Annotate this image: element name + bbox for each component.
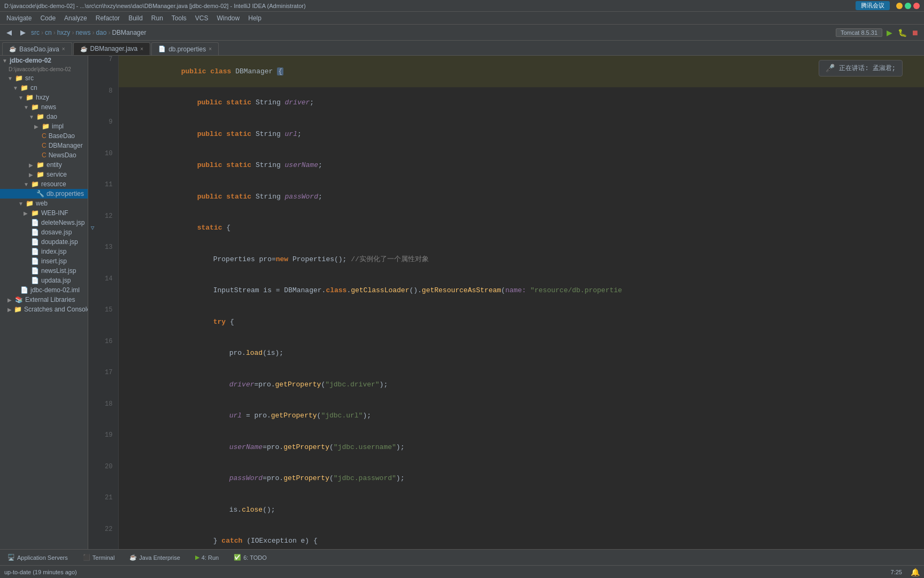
sidebar-item-index[interactable]: 📄 index.jsp [0,247,88,256]
code-line-19: 19 userName=pro.getProperty("jdbc.userna… [88,431,924,463]
stop-button[interactable]: ⏹ [909,27,921,39]
code-line-22: 22 } catch (IOException e) { [88,526,924,550]
sidebar-item-news[interactable]: ▼ 📁 news [0,102,88,112]
close-button[interactable] [913,3,920,9]
sidebar-item-scratches[interactable]: ▶ 📁 Scratches and Consoles [0,305,88,314]
sidebar-item-deletenews[interactable]: 📄 deleteNews.jsp [0,218,88,227]
sidebar-item-iml[interactable]: 📄 jdbc-demo-02.iml [0,285,88,295]
notification-icon[interactable]: 🔔 [911,568,920,576]
title-bar: D:\javacode\jdbc-demo-02] - ...\src\cn\h… [0,0,924,12]
code-line-14: 14 InputStream is = DBManager.class.getC… [88,275,924,307]
todo-icon: ✅ [234,554,241,561]
tab-dbprops[interactable]: 📄 db.properties × [151,42,219,55]
breadcrumb-hxzy[interactable]: hxzy [57,29,71,36]
debug-button[interactable]: 🐛 [896,27,908,39]
jsp-file-icon: 📄 [31,277,39,284]
java-file-icon: C [42,142,47,149]
sidebar-item-hxzy[interactable]: ▼ 📁 hxzy [0,93,88,102]
sidebar-item-newslist[interactable]: 📄 newsList.jsp [0,266,88,276]
sidebar-item-entity[interactable]: ▶ 📁 entity [0,160,88,170]
forward-button[interactable]: ▶ [17,27,29,39]
project-label: jdbc-demo-02 [10,57,51,64]
sidebar-item-impl[interactable]: ▶ 📁 impl [0,121,88,131]
jsp-file-icon: 📄 [31,229,39,236]
breadcrumb-dao[interactable]: dao [96,29,106,36]
jsp-file-icon: 📄 [31,267,39,275]
breadcrumb-news[interactable]: news [75,29,90,36]
breadcrumb-cn[interactable]: cn [45,29,52,36]
time-display: 7:25 [891,569,902,575]
sidebar-item-insert[interactable]: 📄 insert.jsp [0,256,88,266]
props-file-icon: 🔧 [36,190,44,197]
tab-basedao-close[interactable]: × [62,46,65,52]
run-button[interactable]: ▶ [883,27,895,39]
tab-dbmanager[interactable]: ☕ DBManager.java × [73,42,151,55]
sidebar-item-doupdate[interactable]: 📄 doupdate.jsp [0,237,88,247]
folder-icon: 📁 [42,123,50,130]
editor-tabs: ☕ BaseDao.java × ☕ DBManager.java × 📄 db… [0,41,924,56]
code-lines: 7 public class DBManager { 8 public stat… [88,56,924,549]
tomcat-config[interactable]: Tomcat 8.5.31 [836,28,882,37]
sidebar-item-resource[interactable]: ▼ 📁 resource [0,179,88,189]
breadcrumb-dbmanager[interactable]: DBManager [112,29,146,36]
maximize-button[interactable] [905,3,911,9]
tab-basedao[interactable]: ☕ BaseDao.java × [2,42,72,55]
sidebar-item-dbmanager[interactable]: C DBManager [0,141,88,150]
code-editor[interactable]: 7 public class DBManager { 8 public stat… [88,56,924,549]
folder-expand-icon: ▼ [7,75,13,81]
tab-dbmanager-close[interactable]: × [140,46,143,52]
bottom-tab-servers[interactable]: 🖥️ Application Servers [4,553,71,562]
menu-code[interactable]: Code [36,13,60,23]
menu-help[interactable]: Help [244,13,266,23]
bottom-tab-todo[interactable]: ✅ 6: TODO [230,553,270,562]
menu-analyze[interactable]: Analyze [60,13,91,23]
folder-icon: 📁 [15,74,23,82]
sidebar-item-web[interactable]: ▼ 📁 web [0,199,88,208]
menu-refactor[interactable]: Refactor [91,13,124,23]
menu-navigate[interactable]: Navigate [2,13,36,23]
sidebar-item-dao[interactable]: ▼ 📁 dao [0,112,88,121]
menu-build[interactable]: Build [124,13,147,23]
folder-expand-icon: ▼ [18,95,24,101]
code-line-20: 20 passWord=pro.getProperty("jdbc.passwo… [88,463,924,495]
java-file-icon: C [42,151,47,159]
breadcrumb-src[interactable]: src [31,29,40,36]
sidebar-item-cn[interactable]: ▼ 📁 cn [0,83,88,93]
menu-window[interactable]: Window [213,13,244,23]
sidebar-item-basedao[interactable]: C BaseDao [0,131,88,141]
sidebar-item-updata[interactable]: 📄 updata.jsp [0,276,88,285]
folder-icon: 📚 [15,296,23,303]
folder-expand-icon: ▼ [13,85,18,91]
tab-dbprops-icon: 📄 [158,45,166,52]
folder-icon: 📁 [36,171,44,178]
servers-icon: 🖥️ [7,554,15,561]
menu-run[interactable]: Run [147,13,167,23]
folder-expand-icon: ▶ [29,172,34,178]
meeting-button[interactable]: 腾讯会议 [856,1,890,10]
bottom-tab-terminal[interactable]: ⬛ Terminal [80,553,118,562]
sidebar-item-dbprops[interactable]: 🔧 db.properties [0,189,88,199]
sidebar-item-dosave[interactable]: 📄 dosave.jsp [0,227,88,237]
bottom-tab-run[interactable]: ▶ 4: Run [192,553,222,562]
sidebar-item-src[interactable]: ▼ 📁 src [0,73,88,83]
code-line-10: 10 public static String userName; [88,150,924,181]
folder-icon: 📁 [14,306,22,313]
code-line-9: 9 public static String url; [88,118,924,150]
sidebar-item-webinf[interactable]: ▶ 📁 WEB-INF [0,208,88,218]
sidebar-item-external-libs[interactable]: ▶ 📚 External Libraries [0,295,88,305]
sidebar-project-root[interactable]: ▼ jdbc-demo-02 [0,56,88,65]
folder-expand-icon: ▼ [24,181,29,187]
bottom-tab-java-enterprise[interactable]: ☕ Java Enterprise [126,553,183,562]
menu-tools[interactable]: Tools [167,13,191,23]
menu-vcs[interactable]: VCS [191,13,213,23]
folder-expand-icon: ▼ [24,104,29,110]
minimize-button[interactable] [896,3,903,9]
tab-dbprops-close[interactable]: × [209,46,212,52]
project-tree: ▼ jdbc-demo-02 D:\javacode\jdbc-demo-02 … [0,56,88,549]
back-button[interactable]: ◀ [3,27,15,39]
sidebar-item-service[interactable]: ▶ 📁 service [0,170,88,179]
toolbar: ◀ ▶ src › cn › hxzy › news › dao › DBMan… [0,25,924,41]
sidebar-item-newsdao[interactable]: C NewsDao [0,150,88,160]
code-line-12: ▽ 12 static { [88,212,924,244]
folder-expand-icon: ▶ [34,124,40,130]
